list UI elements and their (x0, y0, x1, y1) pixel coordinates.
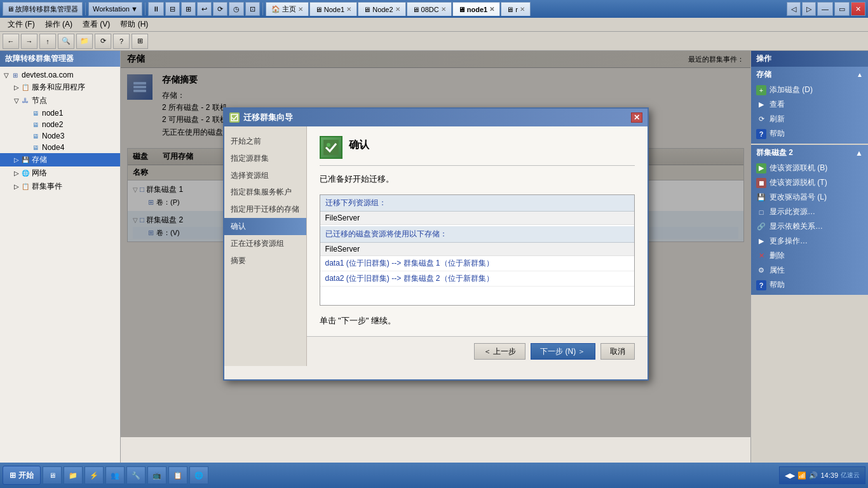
tab-node1-close[interactable]: ✕ (346, 6, 351, 13)
tab-home-close[interactable]: ✕ (298, 6, 303, 13)
action-offline[interactable]: ⏹ 使该资源脱机 (T) (751, 175, 868, 190)
close-btn[interactable]: ✕ (851, 2, 865, 16)
modal-close-btn[interactable]: ✕ (631, 112, 642, 123)
storage-expand-btn[interactable]: ▲ (857, 71, 863, 78)
action-show-res[interactable]: □ 显示此资源… (751, 205, 868, 219)
tab-08dc-close[interactable]: ✕ (441, 6, 446, 13)
more-icon: ▶ (756, 236, 766, 247)
tree-item-storage[interactable]: ▷ 💾 存储 (0, 153, 120, 166)
toolbar-folders[interactable]: 📁 (76, 34, 93, 49)
pause-btn[interactable]: ⏸ (148, 2, 164, 16)
tree-item-nodes[interactable]: ▽ 🖧 节点 (0, 94, 120, 107)
nav-summary[interactable]: 摘要 (224, 252, 306, 269)
action-help-storage[interactable]: ? 帮助 (751, 126, 868, 141)
toolbar-back[interactable]: ← (3, 34, 19, 49)
app-title-btn[interactable]: 🖥 故障转移群集管理器 (3, 2, 83, 16)
action-help-disk[interactable]: ? 帮助 (751, 278, 868, 292)
action-online[interactable]: ▶ 使该资源联机 (B) (751, 161, 868, 175)
menu-bar: 文件 (F) 操作 (A) 查看 (V) 帮助 (H) (0, 18, 868, 32)
toolbar-forward[interactable]: → (21, 34, 37, 49)
nav-migrating[interactable]: 正在迁移资源组 (224, 235, 306, 252)
toolbar-up[interactable]: ↑ (39, 34, 56, 49)
action-props[interactable]: ⚙ 属性 (751, 263, 868, 278)
tool1-btn[interactable]: ⊟ (165, 2, 180, 16)
tab-home[interactable]: 🏠 主页 ✕ (266, 2, 309, 16)
toolbar-refresh[interactable]: ⟳ (95, 34, 111, 49)
tree-item-root[interactable]: ▽ ⊞ devtest.oa.com (0, 69, 120, 81)
tool6-btn[interactable]: ⊡ (245, 2, 260, 16)
toolbar-search[interactable]: 🔍 (58, 34, 74, 49)
nav-right-btn[interactable]: ▷ (802, 2, 816, 16)
tool4-btn[interactable]: ⟳ (213, 2, 227, 16)
nav-start[interactable]: 开始之前 (224, 133, 306, 150)
action-change-drive[interactable]: 💾 更改驱动器号 (L) (751, 190, 868, 205)
taskbar-btn-6[interactable]: 📺 (147, 466, 166, 484)
menu-help[interactable]: 帮助 (H) (115, 18, 153, 31)
taskbar-btn-2[interactable]: 📁 (64, 466, 83, 484)
nav-select[interactable]: 选择资源组 (224, 167, 306, 184)
action-more[interactable]: ▶ 更多操作… (751, 234, 868, 248)
tab-node1a-close[interactable]: ✕ (489, 6, 494, 13)
disk-expand-btn[interactable]: ▲ (855, 149, 863, 158)
workstation-btn[interactable]: Workstation ▼ (88, 2, 142, 16)
menu-file[interactable]: 文件 (F) (3, 18, 40, 31)
restore-btn[interactable]: ▭ (834, 2, 850, 16)
disk-server: FileServer (320, 243, 634, 256)
tree-item-node2[interactable]: 🖥 node2 (0, 119, 120, 130)
tree-item-node4[interactable]: 🖥 Node4 (0, 142, 120, 153)
migration-list-box[interactable]: 迁移下列资源组： FileServer 已迁移的磁盘资源将使用以下存储： Fil… (320, 194, 635, 306)
nodes-expand[interactable]: ▽ (13, 97, 20, 104)
taskbar-btn-7[interactable]: 📋 (168, 466, 187, 484)
network-expand[interactable]: ▷ (13, 170, 20, 177)
action-view[interactable]: ▶ 查看 (751, 97, 868, 112)
tree-node1-label: node1 (42, 109, 63, 118)
minimize-btn[interactable]: — (817, 2, 833, 16)
action-delete[interactable]: ✕ 删除 (751, 248, 868, 263)
tree-item-services[interactable]: ▷ 📋 服务和应用程序 (0, 81, 120, 94)
action-depends[interactable]: 🔗 显示依赖关系… (751, 219, 868, 234)
next-btn[interactable]: 下一步 (N) ＞ (531, 343, 595, 360)
tab-node1[interactable]: 🖥 Node1 ✕ (309, 2, 357, 16)
right-disk-label: 群集磁盘 2 (756, 147, 793, 158)
prev-btn[interactable]: ＜ 上一步 (474, 343, 526, 360)
node1-expand (23, 110, 31, 117)
tool2-btn[interactable]: ⊞ (181, 2, 196, 16)
events-expand[interactable]: ▷ (13, 183, 20, 190)
tool3-btn[interactable]: ↩ (197, 2, 212, 16)
nav-confirm[interactable]: 确认 (224, 218, 306, 235)
action-refresh[interactable]: ⟳ 刷新 (751, 112, 868, 126)
cancel-btn[interactable]: 取消 (600, 343, 635, 360)
taskbar-btn-5[interactable]: 🔧 (126, 466, 146, 484)
tab-r[interactable]: 🖥 r ✕ (501, 2, 531, 16)
tree-item-network[interactable]: ▷ 🌐 网络 (0, 166, 120, 180)
tree-item-node1[interactable]: 🖥 node1 (0, 107, 120, 119)
nav-storage[interactable]: 指定用于迁移的存储 (224, 201, 306, 218)
tab-bar: 🏠 主页 ✕ 🖥 Node1 ✕ 🖥 Node2 ✕ 🖥 08DC ✕ 🖥 (266, 2, 531, 16)
root-expand[interactable]: ▽ (3, 72, 10, 79)
tree-item-node3[interactable]: 🖥 Node3 (0, 130, 120, 142)
delete-icon: ✕ (756, 251, 766, 261)
taskbar-btn-8[interactable]: 🌐 (189, 466, 208, 484)
nav-account[interactable]: 指定群集服务帐户 (224, 184, 306, 201)
nav-source[interactable]: 指定源群集 (224, 150, 306, 167)
taskbar-btn-4[interactable]: 👥 (105, 466, 125, 484)
tab-node1-active[interactable]: 🖥 node1 ✕ (452, 2, 500, 16)
toolbar-extra[interactable]: ⊞ (132, 34, 148, 49)
storage-expand[interactable]: ▷ (13, 156, 20, 163)
action-add-disk[interactable]: + 添加磁盘 (D) (751, 83, 868, 97)
tool5-btn[interactable]: ◷ (229, 2, 244, 16)
menu-action[interactable]: 操作 (A) (40, 18, 78, 31)
services-expand[interactable]: ▷ (13, 84, 20, 91)
tab-node2[interactable]: 🖥 Node2 ✕ (358, 2, 405, 16)
tab-node2-close[interactable]: ✕ (395, 6, 400, 13)
disk-mapping-2: data2 (位于旧群集) --> 群集磁盘 2（位于新群集） (320, 271, 634, 287)
taskbar-btn-1[interactable]: 🖥 (43, 466, 62, 484)
start-button[interactable]: ⊞ 开始 (3, 466, 41, 485)
toolbar-help[interactable]: ? (113, 34, 130, 49)
taskbar-btn-3[interactable]: ⚡ (85, 466, 104, 484)
tree-item-events[interactable]: ▷ 📋 群集事件 (0, 180, 120, 193)
menu-view[interactable]: 查看 (V) (78, 18, 115, 31)
nav-left-btn[interactable]: ◁ (787, 2, 801, 16)
tab-r-close[interactable]: ✕ (520, 6, 525, 13)
tab-08dc[interactable]: 🖥 08DC ✕ (407, 2, 452, 16)
